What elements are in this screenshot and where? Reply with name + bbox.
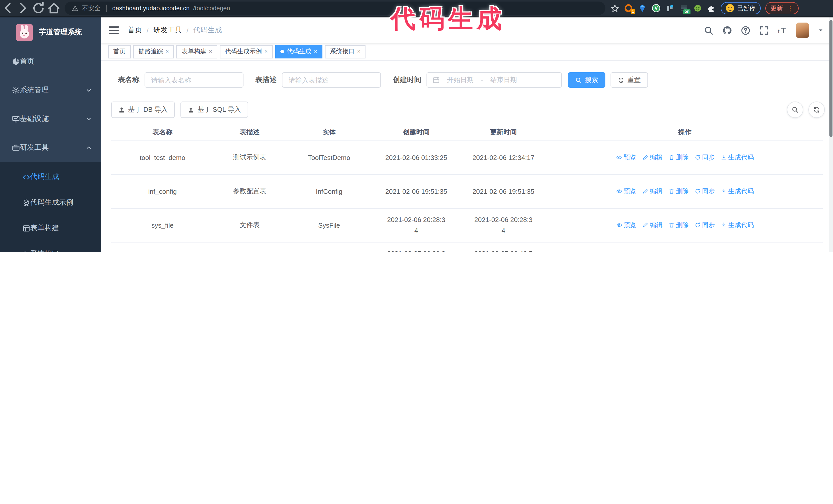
timestamp-line: 2021-02-06 12:34:17 [464, 152, 543, 163]
search-icon[interactable] [704, 25, 714, 35]
breadcrumb-item[interactable]: 研发工具 [153, 26, 182, 35]
close-icon[interactable]: × [209, 49, 212, 54]
action-label: 同步 [702, 187, 715, 196]
help-icon[interactable] [741, 25, 751, 35]
search-button[interactable]: 搜索 [568, 72, 605, 88]
bookmark-star-icon[interactable] [611, 4, 619, 13]
action-edit-link[interactable]: 编辑 [642, 187, 663, 196]
url-host: dashboard.yudao.iocoder.cn [112, 5, 190, 12]
sidebar-item-label: 研发工具 [20, 143, 86, 152]
browser-menu-icon[interactable]: ⋮ [787, 4, 793, 12]
cell-update-time: 2021-02-06 12:34:17 [460, 141, 547, 174]
action-preview-link[interactable]: 预览 [616, 153, 636, 162]
page-scrollbar[interactable] [829, 18, 833, 252]
cell-actions: 预览编辑删除同步生成代码 [547, 174, 823, 208]
circle-v-icon[interactable]: V [651, 4, 661, 13]
avatar-caret-icon[interactable] [818, 27, 824, 33]
cell-create-time: 2021-02-06 19:51:35 [373, 174, 460, 208]
action-edit-link[interactable]: 编辑 [642, 153, 663, 162]
user-avatar[interactable] [796, 23, 809, 38]
sidebar-item-系统管理[interactable]: 系统管理 [0, 76, 101, 104]
cell-table-desc: 参数配置表 [214, 174, 286, 208]
chrome-update-button[interactable]: 更新 ⋮ [765, 2, 799, 14]
alien-icon[interactable] [693, 4, 702, 13]
github-icon[interactable] [722, 25, 732, 35]
action-preview-link[interactable]: 预览 [616, 187, 636, 196]
table-name-input[interactable] [145, 72, 243, 88]
sidebar-subitem-代码生成示例[interactable]: 代码生成示例 [0, 190, 101, 215]
tab-系统接口[interactable]: 系统接口× [325, 45, 366, 58]
create-time-range-picker[interactable]: 开始日期 - 结束日期 [427, 72, 562, 88]
close-icon[interactable]: × [166, 49, 169, 54]
home-icon[interactable] [46, 1, 62, 16]
gem-icon[interactable] [638, 4, 647, 13]
timestamp-line: 2021-02-06 01:33:25 [377, 152, 456, 163]
close-icon[interactable]: × [264, 49, 268, 54]
action-sync-link[interactable]: 同步 [694, 187, 715, 196]
tab-首页[interactable]: 首页 [108, 45, 131, 58]
table-desc-input[interactable] [282, 72, 381, 88]
import-sql-button[interactable]: 基于 SQL 导入 [181, 101, 248, 118]
action-delete-link[interactable]: 删除 [668, 187, 689, 196]
mini-search-icon [791, 106, 799, 113]
not-secure-label: 不安全 [82, 4, 100, 13]
font-size-icon[interactable]: tT [778, 25, 787, 35]
fullscreen-icon[interactable] [759, 25, 769, 35]
cell-table-name: tool_test_demo [111, 141, 214, 174]
address-divider [106, 5, 106, 12]
sidebar-subitem-代码生成[interactable]: 代码生成 [0, 164, 101, 190]
forward-icon[interactable] [15, 1, 31, 16]
action-generate-link[interactable]: 生成代码 [720, 187, 754, 196]
profile-paused-badge[interactable]: 已暂停 [721, 2, 761, 14]
import-db-label: 基于 DB 导入 [128, 105, 168, 114]
tab-代码生成示例[interactable]: 代码生成示例× [220, 45, 273, 58]
sidebar-item-label: 首页 [20, 57, 92, 66]
preview-icon [616, 188, 622, 194]
import-db-button[interactable]: 基于 DB 导入 [111, 101, 175, 118]
toggle-search-button[interactable] [787, 101, 803, 118]
action-preview-link[interactable]: 预览 [616, 221, 636, 230]
close-icon[interactable]: × [357, 49, 361, 54]
sidebar-subitem-表单构建[interactable]: 表单构建 [0, 215, 101, 241]
action-sync-link[interactable]: 同步 [694, 153, 715, 162]
action-delete-link[interactable]: 删除 [668, 153, 689, 162]
action-edit-link[interactable]: 编辑 [642, 221, 663, 230]
tab-链路追踪[interactable]: 链路追踪× [133, 45, 174, 58]
end-date-placeholder: 结束日期 [490, 75, 517, 85]
breadcrumb-item[interactable]: 首页 [128, 26, 142, 35]
action-sync-link[interactable]: 同步 [694, 221, 715, 230]
tab-代码生成[interactable]: 代码生成× [276, 45, 323, 58]
cell-table-desc: 测试示例表 [214, 141, 286, 174]
sidebar-item-基础设施[interactable]: 基础设施 [0, 104, 101, 133]
sidebar-item-研发工具[interactable]: 研发工具 [0, 133, 101, 162]
extension-badge: 1 [631, 9, 635, 14]
edit-icon [642, 188, 648, 194]
toolbox-icon [12, 144, 20, 152]
sidebar-subitem-系统接口[interactable]: 系统接口 [0, 241, 101, 252]
scrollbar-thumb[interactable] [829, 20, 832, 137]
sliders-icon [23, 250, 30, 252]
tab-表单构建[interactable]: 表单构建× [176, 45, 217, 58]
calendar-icon [433, 76, 440, 83]
table-name-label: 表名称 [118, 75, 139, 85]
refresh-table-button[interactable] [808, 101, 825, 118]
sidebar-item-首页[interactable]: 首页 [0, 47, 101, 76]
not-secure-icon [72, 5, 78, 11]
reset-button[interactable]: 重置 [611, 72, 648, 88]
collapse-sidebar-icon[interactable] [109, 26, 119, 34]
action-generate-link[interactable]: 生成代码 [720, 153, 754, 162]
timestamp-line: 4 [464, 225, 543, 236]
back-icon[interactable] [0, 1, 15, 16]
address-bar[interactable]: 不安全 dashboard.yudao.iocoder.cn/tool/code… [65, 2, 605, 15]
columns-icon[interactable] [665, 4, 674, 13]
breadcrumb-separator: / [147, 26, 149, 34]
action-delete-link[interactable]: 删除 [668, 221, 689, 230]
panel-icon[interactable]: on [679, 4, 688, 13]
ring-icon[interactable]: 1 [624, 4, 633, 13]
table-row: inf_config参数配置表InfConfig2021-02-06 19:51… [111, 174, 823, 208]
reload-icon[interactable] [31, 1, 46, 16]
puzzle-icon[interactable] [707, 4, 716, 13]
action-label: 生成代码 [728, 153, 754, 162]
action-generate-link[interactable]: 生成代码 [720, 221, 754, 230]
close-icon[interactable]: × [314, 49, 317, 54]
